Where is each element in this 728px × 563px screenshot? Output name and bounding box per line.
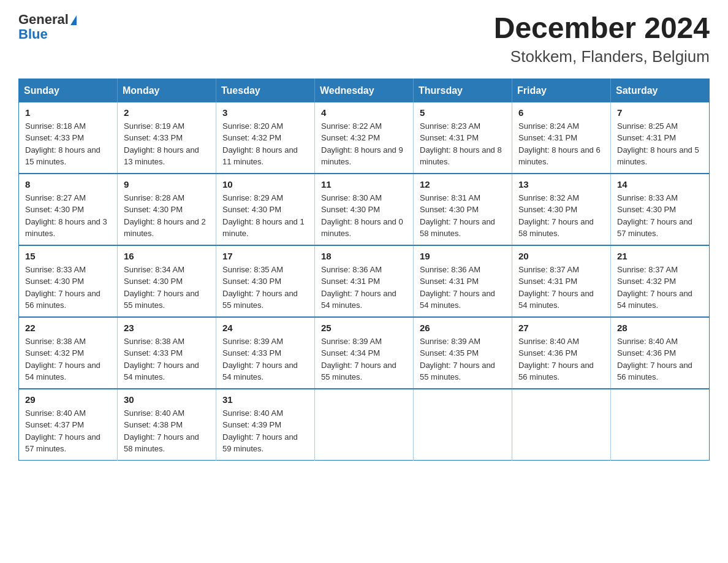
day-number: 13	[518, 179, 604, 190]
day-number: 1	[25, 107, 111, 118]
day-number: 9	[124, 179, 210, 190]
day-info: Sunrise: 8:39 AM Sunset: 4:35 PM Dayligh…	[420, 335, 506, 383]
table-row: 26 Sunrise: 8:39 AM Sunset: 4:35 PM Dayl…	[414, 317, 512, 389]
day-number: 11	[321, 179, 407, 190]
calendar-week-row: 8 Sunrise: 8:27 AM Sunset: 4:30 PM Dayli…	[19, 174, 710, 245]
day-number: 17	[222, 251, 308, 261]
day-info: Sunrise: 8:38 AM Sunset: 4:33 PM Dayligh…	[124, 335, 210, 383]
table-row: 20 Sunrise: 8:37 AM Sunset: 4:31 PM Dayl…	[512, 245, 611, 317]
day-info: Sunrise: 8:34 AM Sunset: 4:30 PM Dayligh…	[124, 264, 210, 312]
day-info: Sunrise: 8:24 AM Sunset: 4:31 PM Dayligh…	[518, 120, 604, 168]
col-tuesday: Tuesday	[216, 79, 315, 102]
table-row: 29 Sunrise: 8:40 AM Sunset: 4:37 PM Dayl…	[19, 389, 118, 461]
table-row: 28 Sunrise: 8:40 AM Sunset: 4:36 PM Dayl…	[611, 317, 710, 389]
day-info: Sunrise: 8:29 AM Sunset: 4:30 PM Dayligh…	[222, 192, 308, 240]
day-number: 28	[617, 323, 703, 333]
logo-triangle-icon	[70, 15, 77, 25]
col-sunday: Sunday	[19, 79, 118, 102]
table-row: 3 Sunrise: 8:20 AM Sunset: 4:32 PM Dayli…	[216, 102, 315, 174]
day-number: 18	[321, 251, 407, 261]
day-info: Sunrise: 8:38 AM Sunset: 4:32 PM Dayligh…	[25, 335, 111, 383]
col-saturday: Saturday	[611, 79, 710, 102]
day-info: Sunrise: 8:37 AM Sunset: 4:31 PM Dayligh…	[518, 264, 604, 312]
logo-general-line: General	[18, 12, 77, 27]
day-number: 15	[25, 251, 111, 261]
table-row: 4 Sunrise: 8:22 AM Sunset: 4:32 PM Dayli…	[315, 102, 414, 174]
table-row: 6 Sunrise: 8:24 AM Sunset: 4:31 PM Dayli…	[512, 102, 611, 174]
day-info: Sunrise: 8:23 AM Sunset: 4:31 PM Dayligh…	[420, 120, 506, 168]
day-number: 10	[222, 179, 308, 190]
table-row: 9 Sunrise: 8:28 AM Sunset: 4:30 PM Dayli…	[118, 174, 216, 245]
table-row: 19 Sunrise: 8:36 AM Sunset: 4:31 PM Dayl…	[414, 245, 512, 317]
table-row: 25 Sunrise: 8:39 AM Sunset: 4:34 PM Dayl…	[315, 317, 414, 389]
logo: General Blue	[18, 12, 77, 42]
calendar-header-row: Sunday Monday Tuesday Wednesday Thursday…	[19, 79, 710, 102]
day-info: Sunrise: 8:40 AM Sunset: 4:36 PM Dayligh…	[518, 335, 604, 383]
table-row: 10 Sunrise: 8:29 AM Sunset: 4:30 PM Dayl…	[216, 174, 315, 245]
day-number: 14	[617, 179, 703, 190]
day-info: Sunrise: 8:36 AM Sunset: 4:31 PM Dayligh…	[321, 264, 407, 312]
day-number: 29	[25, 394, 111, 405]
table-row: 7 Sunrise: 8:25 AM Sunset: 4:31 PM Dayli…	[611, 102, 710, 174]
table-row: 5 Sunrise: 8:23 AM Sunset: 4:31 PM Dayli…	[414, 102, 512, 174]
table-row: 17 Sunrise: 8:35 AM Sunset: 4:30 PM Dayl…	[216, 245, 315, 317]
day-number: 8	[25, 179, 111, 190]
table-row: 22 Sunrise: 8:38 AM Sunset: 4:32 PM Dayl…	[19, 317, 118, 389]
page-title: December 2024	[494, 12, 710, 45]
day-info: Sunrise: 8:39 AM Sunset: 4:34 PM Dayligh…	[321, 335, 407, 383]
table-row: 21 Sunrise: 8:37 AM Sunset: 4:32 PM Dayl…	[611, 245, 710, 317]
table-row: 2 Sunrise: 8:19 AM Sunset: 4:33 PM Dayli…	[118, 102, 216, 174]
day-number: 22	[25, 323, 111, 333]
day-number: 24	[222, 323, 308, 333]
day-number: 30	[124, 394, 210, 405]
table-row: 30 Sunrise: 8:40 AM Sunset: 4:38 PM Dayl…	[118, 389, 216, 461]
day-info: Sunrise: 8:35 AM Sunset: 4:30 PM Dayligh…	[222, 264, 308, 312]
day-number: 19	[420, 251, 506, 261]
day-info: Sunrise: 8:40 AM Sunset: 4:39 PM Dayligh…	[222, 407, 308, 455]
col-wednesday: Wednesday	[315, 79, 414, 102]
col-friday: Friday	[512, 79, 611, 102]
day-number: 16	[124, 251, 210, 261]
table-row	[315, 389, 414, 461]
table-row: 27 Sunrise: 8:40 AM Sunset: 4:36 PM Dayl…	[512, 317, 611, 389]
day-number: 25	[321, 323, 407, 333]
day-info: Sunrise: 8:40 AM Sunset: 4:36 PM Dayligh…	[617, 335, 703, 383]
day-number: 21	[617, 251, 703, 261]
day-number: 26	[420, 323, 506, 333]
col-thursday: Thursday	[414, 79, 512, 102]
day-number: 7	[617, 107, 703, 118]
calendar-week-row: 29 Sunrise: 8:40 AM Sunset: 4:37 PM Dayl…	[19, 389, 710, 461]
table-row: 18 Sunrise: 8:36 AM Sunset: 4:31 PM Dayl…	[315, 245, 414, 317]
day-info: Sunrise: 8:32 AM Sunset: 4:30 PM Dayligh…	[518, 192, 604, 240]
title-block: December 2024 Stokkem, Flanders, Belgium	[494, 12, 710, 66]
day-info: Sunrise: 8:19 AM Sunset: 4:33 PM Dayligh…	[124, 120, 210, 168]
day-info: Sunrise: 8:40 AM Sunset: 4:38 PM Dayligh…	[124, 407, 210, 455]
day-info: Sunrise: 8:39 AM Sunset: 4:33 PM Dayligh…	[222, 335, 308, 383]
day-number: 4	[321, 107, 407, 118]
day-info: Sunrise: 8:27 AM Sunset: 4:30 PM Dayligh…	[25, 192, 111, 240]
day-number: 3	[222, 107, 308, 118]
day-info: Sunrise: 8:18 AM Sunset: 4:33 PM Dayligh…	[25, 120, 111, 168]
day-info: Sunrise: 8:25 AM Sunset: 4:31 PM Dayligh…	[617, 120, 703, 168]
calendar-week-row: 1 Sunrise: 8:18 AM Sunset: 4:33 PM Dayli…	[19, 102, 710, 174]
table-row: 23 Sunrise: 8:38 AM Sunset: 4:33 PM Dayl…	[118, 317, 216, 389]
table-row	[512, 389, 611, 461]
day-info: Sunrise: 8:37 AM Sunset: 4:32 PM Dayligh…	[617, 264, 703, 312]
table-row: 24 Sunrise: 8:39 AM Sunset: 4:33 PM Dayl…	[216, 317, 315, 389]
day-info: Sunrise: 8:20 AM Sunset: 4:32 PM Dayligh…	[222, 120, 308, 168]
table-row: 12 Sunrise: 8:31 AM Sunset: 4:30 PM Dayl…	[414, 174, 512, 245]
day-number: 6	[518, 107, 604, 118]
day-number: 27	[518, 323, 604, 333]
calendar-week-row: 22 Sunrise: 8:38 AM Sunset: 4:32 PM Dayl…	[19, 317, 710, 389]
table-row: 11 Sunrise: 8:30 AM Sunset: 4:30 PM Dayl…	[315, 174, 414, 245]
calendar-week-row: 15 Sunrise: 8:33 AM Sunset: 4:30 PM Dayl…	[19, 245, 710, 317]
day-info: Sunrise: 8:22 AM Sunset: 4:32 PM Dayligh…	[321, 120, 407, 168]
day-number: 20	[518, 251, 604, 261]
day-info: Sunrise: 8:36 AM Sunset: 4:31 PM Dayligh…	[420, 264, 506, 312]
day-number: 31	[222, 394, 308, 405]
day-info: Sunrise: 8:33 AM Sunset: 4:30 PM Dayligh…	[617, 192, 703, 240]
logo-blue-text: Blue	[18, 27, 77, 42]
table-row: 1 Sunrise: 8:18 AM Sunset: 4:33 PM Dayli…	[19, 102, 118, 174]
day-number: 23	[124, 323, 210, 333]
calendar-table: Sunday Monday Tuesday Wednesday Thursday…	[18, 79, 710, 461]
